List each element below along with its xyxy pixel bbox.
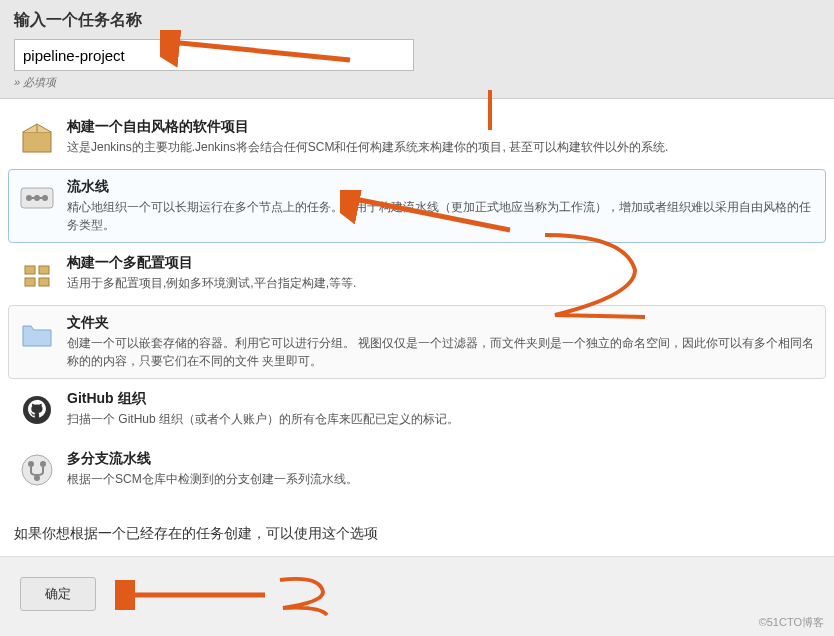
pipeline-icon xyxy=(17,178,57,218)
folder-icon xyxy=(17,314,57,354)
footer-section: 确定 xyxy=(0,556,834,636)
multibranch-icon xyxy=(17,450,57,490)
svg-point-3 xyxy=(26,195,32,201)
svg-point-14 xyxy=(28,461,34,467)
svg-point-5 xyxy=(42,195,48,201)
option-title: 构建一个多配置项目 xyxy=(67,254,817,272)
option-title: 流水线 xyxy=(67,178,817,196)
option-github-org[interactable]: GitHub 组织 扫描一个 GitHub 组织（或者个人账户）的所有仓库来匹配… xyxy=(8,381,826,439)
option-freestyle[interactable]: 构建一个自由风格的软件项目 这是Jenkins的主要功能.Jenkins将会结合… xyxy=(8,109,826,167)
option-multiconfig[interactable]: 构建一个多配置项目 适用于多配置项目,例如多环境测试,平台指定构建,等等. xyxy=(8,245,826,303)
header-section: 输入一个任务名称 » 必填项 xyxy=(0,0,834,99)
github-icon xyxy=(17,390,57,430)
option-title: 文件夹 xyxy=(67,314,817,332)
svg-rect-0 xyxy=(23,132,51,152)
option-desc: 这是Jenkins的主要功能.Jenkins将会结合任何SCM和任何构建系统来构… xyxy=(67,138,817,156)
svg-rect-8 xyxy=(25,266,35,274)
option-pipeline[interactable]: 流水线 精心地组织一个可以长期运行在多个节点上的任务。适用于构建流水线（更加正式… xyxy=(8,169,826,243)
option-desc: 扫描一个 GitHub 组织（或者个人账户）的所有仓库来匹配已定义的标记。 xyxy=(67,410,817,428)
svg-rect-11 xyxy=(39,278,49,286)
copy-title: 如果你想根据一个已经存在的任务创建，可以使用这个选项 xyxy=(14,525,820,543)
option-title: 构建一个自由风格的软件项目 xyxy=(67,118,817,136)
options-list: 构建一个自由风格的软件项目 这是Jenkins的主要功能.Jenkins将会结合… xyxy=(0,99,834,509)
option-folder[interactable]: 文件夹 创建一个可以嵌套存储的容器。利用它可以进行分组。 视图仅仅是一个过滤器，… xyxy=(8,305,826,379)
svg-rect-9 xyxy=(39,266,49,274)
option-desc: 创建一个可以嵌套存储的容器。利用它可以进行分组。 视图仅仅是一个过滤器，而文件夹… xyxy=(67,334,817,370)
ok-button[interactable]: 确定 xyxy=(20,577,96,611)
svg-point-4 xyxy=(34,195,40,201)
option-desc: 精心地组织一个可以长期运行在多个节点上的任务。适用于构建流水线（更加正式地应当称… xyxy=(67,198,817,234)
svg-point-15 xyxy=(40,461,46,467)
required-note: » 必填项 xyxy=(14,75,820,90)
package-icon xyxy=(17,118,57,158)
svg-rect-10 xyxy=(25,278,35,286)
page-title: 输入一个任务名称 xyxy=(14,10,820,31)
option-desc: 适用于多配置项目,例如多环境测试,平台指定构建,等等. xyxy=(67,274,817,292)
multiconfig-icon xyxy=(17,254,57,294)
watermark: ©51CTO博客 xyxy=(759,615,824,630)
task-name-input[interactable] xyxy=(14,39,414,71)
option-title: 多分支流水线 xyxy=(67,450,817,468)
option-desc: 根据一个SCM仓库中检测到的分支创建一系列流水线。 xyxy=(67,470,817,488)
option-multibranch[interactable]: 多分支流水线 根据一个SCM仓库中检测到的分支创建一系列流水线。 xyxy=(8,441,826,499)
option-title: GitHub 组织 xyxy=(67,390,817,408)
